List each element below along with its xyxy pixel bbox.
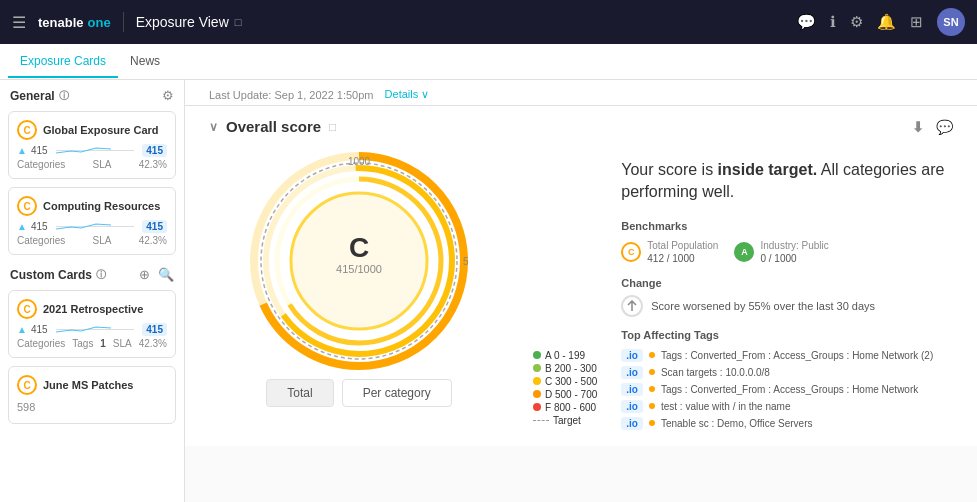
score-legend: A 0 - 199 B 200 - 300 C 300 - 500 D 500 … — [533, 350, 597, 434]
benchmark-label-0: Total Population — [647, 240, 718, 251]
card-score-line: ▲ 415 415 — [17, 144, 167, 157]
card-score-badge: 415 — [142, 144, 167, 157]
hamburger-icon[interactable]: ☰ — [12, 13, 26, 32]
grid-icon[interactable]: ⊞ — [910, 13, 923, 31]
overall-score-label: Overall score — [226, 118, 321, 135]
benchmark-info: Industry: Public 0 / 1000 — [760, 240, 828, 265]
benchmark-grade-c: C — [621, 242, 641, 262]
card-grade: C — [17, 375, 37, 395]
affecting-tag-4: .io — [621, 417, 643, 430]
affecting-bullet-4 — [649, 420, 655, 426]
change-title: Change — [621, 277, 953, 289]
score-section-title: ∨ Overall score □ ⬇ 💬 — [209, 118, 953, 135]
general-gear-icon[interactable]: ⚙ — [162, 88, 174, 103]
score-info-icon: □ — [329, 120, 336, 134]
bell-icon[interactable]: 🔔 — [877, 13, 896, 31]
affecting-bullet-0 — [649, 352, 655, 358]
card-computing-resources[interactable]: C Computing Resources ▲ 415 415 Categori… — [8, 187, 176, 255]
card-score-old: 415 — [31, 221, 48, 232]
general-title-text: General — [10, 89, 55, 103]
nav-icons: 💬 ℹ ⚙ 🔔 ⊞ SN — [797, 8, 965, 36]
tab-exposure-cards[interactable]: Exposure Cards — [8, 46, 118, 78]
affecting-tag-2: .io — [621, 383, 643, 396]
card-score-partial: 598 — [17, 399, 167, 415]
per-category-button[interactable]: Per category — [342, 379, 452, 407]
info-icon[interactable]: ℹ — [830, 13, 836, 31]
legend-label-b: B 200 - 300 — [545, 363, 597, 374]
card-june-ms-patches[interactable]: C June MS Patches 598 — [8, 366, 176, 424]
main-layout: General ⓘ ⚙ C Global Exposure Card ▲ 415… — [0, 80, 977, 502]
sla-label: SLA — [93, 159, 112, 170]
card-header: C 2021 Retrospective — [17, 299, 167, 319]
legend-dot-a — [533, 351, 541, 359]
legend-label-f: F 800 - 600 — [545, 402, 596, 413]
sla-value: 42.3% — [139, 159, 167, 170]
legend-label-d: D 500 - 700 — [545, 389, 597, 400]
legend-item-target: Target — [533, 415, 597, 426]
gauge-container: 1000 500 C 415/1000 — [249, 151, 469, 371]
affecting-text-0: Tags : Converted_From : Access_Groups : … — [661, 350, 933, 361]
score-headline: Your score is inside target. All categor… — [621, 159, 953, 204]
score-info: Your score is inside target. All categor… — [621, 151, 953, 434]
external-link-icon[interactable]: □ — [235, 16, 242, 28]
change-item: Score worsened by 55% over the last 30 d… — [621, 295, 953, 317]
gauge-area: 1000 500 C 415/1000 Total Per category — [209, 151, 509, 407]
affecting-item-3: .io test : value with / in the name — [621, 400, 953, 413]
chat-icon[interactable]: 💬 — [797, 13, 816, 31]
card-grade: C — [17, 299, 37, 319]
affecting-item-2: .io Tags : Converted_From : Access_Group… — [621, 383, 953, 396]
affecting-tags-section: Top Affecting Tags .io Tags : Converted_… — [621, 329, 953, 430]
total-button[interactable]: Total — [266, 379, 333, 407]
card-grade: C — [17, 196, 37, 216]
affecting-title: Top Affecting Tags — [621, 329, 953, 341]
benchmark-total-population: C Total Population 412 / 1000 — [621, 240, 718, 265]
add-card-icon[interactable]: ⊕ — [139, 267, 150, 282]
legend-item-b: B 200 - 300 — [533, 363, 597, 374]
card-title: Computing Resources — [43, 200, 167, 212]
settings-icon[interactable]: ⚙ — [850, 13, 863, 31]
svg-text:1000: 1000 — [348, 156, 371, 167]
legend-dashed-target — [533, 420, 549, 421]
top-nav: ☰ tenableone Exposure View □ 💬 ℹ ⚙ 🔔 ⊞ S… — [0, 0, 977, 44]
search-icon[interactable]: 🔍 — [158, 267, 174, 282]
avatar[interactable]: SN — [937, 8, 965, 36]
tags-label: Tags — [72, 338, 93, 349]
benchmarks-title: Benchmarks — [621, 220, 953, 232]
affecting-item-1: .io Scan targets : 10.0.0.0/8 — [621, 366, 953, 379]
collapse-icon[interactable]: ∨ — [209, 120, 218, 134]
benchmark-value-0: 412 / 1000 — [647, 253, 694, 264]
sla-value: 42.3% — [139, 235, 167, 246]
legend-label-c: C 300 - 500 — [545, 376, 597, 387]
categories-label: Categories — [17, 338, 65, 349]
legend-item-f: F 800 - 600 — [533, 402, 597, 413]
download-icon[interactable]: ⬇ — [912, 119, 924, 135]
card-footer: Categories Tags 1 SLA 42.3% — [17, 338, 167, 349]
card-2021-retrospective[interactable]: C 2021 Retrospective ▲ 415 415 Categorie… — [8, 290, 176, 358]
nav-title: Exposure View □ — [136, 14, 242, 30]
card-score-badge: 415 — [142, 220, 167, 233]
content-header: Last Update: Sep 1, 2022 1:50pm Details … — [185, 80, 977, 106]
affecting-bullet-2 — [649, 386, 655, 392]
sla-label: SLA — [113, 338, 132, 349]
last-update: Last Update: Sep 1, 2022 1:50pm Details … — [209, 88, 953, 101]
card-global-exposure[interactable]: C Global Exposure Card ▲ 415 415 Categor… — [8, 111, 176, 179]
legend-dot-c — [533, 377, 541, 385]
custom-cards-title: Custom Cards ⓘ — [10, 268, 106, 282]
legend-item-a: A 0 - 199 — [533, 350, 597, 361]
benchmarks-row: C Total Population 412 / 1000 A Industry… — [621, 240, 953, 265]
legend-dot-b — [533, 364, 541, 372]
custom-cards-info-icon: ⓘ — [96, 268, 106, 282]
benchmark-industry: A Industry: Public 0 / 1000 — [734, 240, 828, 265]
change-section: Change Score worsened by 55% over the la… — [621, 277, 953, 317]
affecting-bullet-3 — [649, 403, 655, 409]
card-score-line: ▲ 415 415 — [17, 323, 167, 336]
details-link[interactable]: Details ∨ — [385, 88, 430, 101]
general-title: General ⓘ — [10, 89, 69, 103]
legend-dot-f — [533, 403, 541, 411]
comment-icon[interactable]: 💬 — [936, 119, 953, 135]
general-section-header: General ⓘ ⚙ — [0, 80, 184, 107]
card-title: June MS Patches — [43, 379, 167, 391]
tab-news[interactable]: News — [118, 46, 172, 78]
legend-item-d: D 500 - 700 — [533, 389, 597, 400]
nav-divider — [123, 12, 124, 32]
